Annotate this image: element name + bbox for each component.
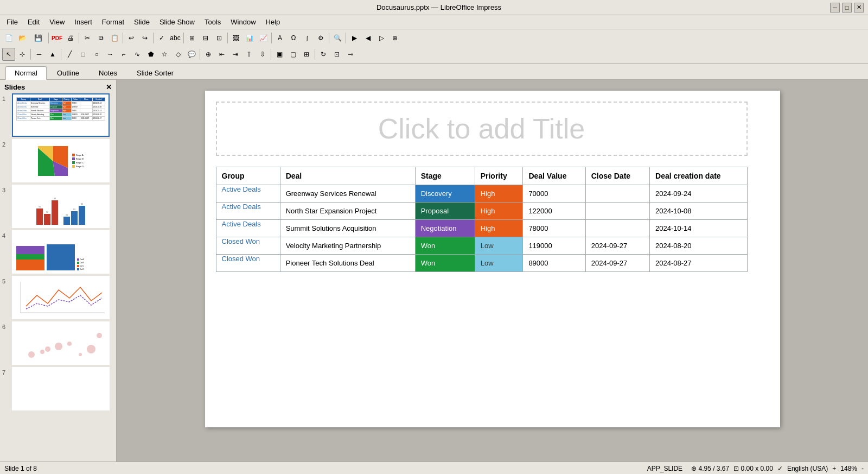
arrow-btn[interactable]: →: [104, 48, 117, 61]
insert-macro-btn[interactable]: ⚙: [314, 31, 327, 45]
close-button[interactable]: ✕: [854, 3, 864, 12]
flowchart-btn[interactable]: ◇: [171, 48, 184, 61]
glue-btn[interactable]: ⊕: [202, 48, 215, 61]
select2-btn[interactable]: ⊹: [16, 48, 29, 61]
copy-btn[interactable]: ⧉: [94, 31, 107, 45]
tab-outline[interactable]: Outline: [48, 66, 88, 79]
front-btn[interactable]: ▣: [273, 48, 286, 61]
slide-thumb-4[interactable]: 4 Cat A Cat B C: [2, 230, 114, 274]
group-link-3[interactable]: Closed Won: [216, 233, 266, 250]
back-btn[interactable]: ▢: [286, 48, 299, 61]
cell-value-2: 78000: [523, 220, 585, 237]
insert-special-btn[interactable]: Ω: [287, 31, 300, 45]
slide-canvas[interactable]: Click to add Title Group Deal Stage Prio…: [205, 91, 780, 427]
rotate-btn[interactable]: ↻: [317, 48, 330, 61]
open-btn[interactable]: 📂: [16, 31, 29, 45]
align-right-btn[interactable]: ⇥: [229, 48, 242, 61]
sep5: [183, 33, 184, 43]
group-btn[interactable]: ⊞: [300, 48, 313, 61]
zoom-in-btn[interactable]: +: [832, 465, 836, 472]
title-placeholder-text[interactable]: Click to add Title: [378, 112, 585, 145]
connector-btn[interactable]: ⌐: [117, 48, 130, 61]
align-bottom-btn[interactable]: ⇩: [256, 48, 269, 61]
select-btn[interactable]: ↖: [2, 48, 15, 61]
callout-btn[interactable]: 💬: [185, 48, 198, 61]
hide-btn[interactable]: ◀: [361, 31, 374, 45]
find-btn[interactable]: 🔍: [331, 31, 344, 45]
slide-thumb-6[interactable]: 6: [2, 321, 114, 365]
insert-chart2-btn[interactable]: 📈: [257, 31, 270, 45]
nav-btn[interactable]: ⊕: [388, 31, 401, 45]
polygon-btn[interactable]: ⬟: [144, 48, 157, 61]
line-btn[interactable]: ╱: [63, 48, 76, 61]
pdf-btn[interactable]: PDF: [50, 31, 63, 45]
menu-window[interactable]: Window: [226, 17, 260, 27]
bezier-btn[interactable]: ⊸: [344, 48, 357, 61]
title-placeholder[interactable]: Click to add Title: [216, 102, 748, 156]
title-bar: Docusaurus.pptx — LibreOffice Impress ─ …: [0, 0, 868, 15]
ellipse-btn[interactable]: ○: [90, 48, 103, 61]
line-color-btn[interactable]: ▲: [46, 48, 59, 61]
menu-slideshow[interactable]: Slide Show: [155, 17, 199, 27]
menu-slide[interactable]: Slide: [130, 17, 154, 27]
paste-btn[interactable]: 📋: [108, 31, 121, 45]
autocorrect-btn[interactable]: abc: [169, 31, 182, 45]
maximize-button[interactable]: □: [842, 3, 852, 12]
align-left-btn[interactable]: ⇤: [215, 48, 228, 61]
slide-preview-7[interactable]: [12, 367, 110, 410]
group-link-4[interactable]: Closed Won: [216, 250, 266, 267]
cut-btn[interactable]: ✂: [81, 31, 94, 45]
group-link-2[interactable]: Active Deals: [216, 216, 266, 232]
spellcheck-btn[interactable]: ✓: [155, 31, 168, 45]
undo-btn[interactable]: ↩: [125, 31, 138, 45]
insert-text-btn[interactable]: A: [273, 31, 286, 45]
snap-btn[interactable]: ⊟: [199, 31, 212, 45]
slide-thumb-7[interactable]: 7: [2, 367, 114, 410]
slide-preview-1[interactable]: Group Deal Stage Priority Value Close Cr…: [12, 93, 110, 137]
align-top-btn[interactable]: ⇧: [242, 48, 256, 61]
menu-edit[interactable]: Edit: [23, 17, 44, 27]
new-btn[interactable]: 📄: [2, 31, 15, 45]
star-btn[interactable]: ☆: [158, 48, 171, 61]
tab-notes[interactable]: Notes: [90, 66, 126, 79]
slides-panel-close[interactable]: ✕: [106, 83, 112, 91]
slide-preview-3[interactable]: S1 S2 S3 G1: [12, 185, 110, 228]
tab-slide-sorter[interactable]: Slide Sorter: [127, 66, 183, 79]
group-link-1[interactable]: Active Deals: [216, 198, 266, 215]
slide-preview-4[interactable]: Cat A Cat B Cat C Cat D: [12, 230, 110, 274]
slide-thumb-3[interactable]: 3 S1 S2 S3: [2, 185, 114, 228]
redo-btn[interactable]: ↪: [138, 31, 151, 45]
edit-points-btn[interactable]: ⊡: [330, 48, 343, 61]
slide-preview-2[interactable]: Stage A Stage B Stage C Stage D: [12, 139, 110, 182]
save-btn[interactable]: 💾: [29, 31, 47, 45]
insert-img-btn[interactable]: 🖼: [229, 31, 242, 45]
slide-preview-6[interactable]: [12, 321, 110, 365]
menu-format[interactable]: Format: [98, 17, 129, 27]
menu-help[interactable]: Help: [261, 17, 285, 27]
show2-btn[interactable]: ▷: [375, 31, 388, 45]
curve-btn[interactable]: ∿: [131, 48, 144, 61]
minimize-button[interactable]: ─: [830, 3, 840, 12]
tab-normal[interactable]: Normal: [5, 66, 47, 80]
slide-thumb-2[interactable]: 2 Stage A Stage B Stage C Stage D: [2, 139, 114, 182]
cell-group-4: Closed Won: [216, 255, 280, 272]
rect-btn[interactable]: □: [76, 48, 90, 61]
print-btn[interactable]: 🖨: [64, 31, 77, 45]
insert-chart-btn[interactable]: 📊: [243, 31, 256, 45]
menu-insert[interactable]: Insert: [70, 17, 97, 27]
snap2-btn[interactable]: ⊡: [213, 31, 226, 45]
menu-view[interactable]: View: [45, 17, 69, 27]
menu-file[interactable]: File: [2, 17, 22, 27]
grid-btn[interactable]: ⊞: [186, 31, 199, 45]
group-link-0[interactable]: Active Deals: [216, 181, 266, 198]
cell-value-0: 70000: [523, 185, 585, 203]
position-display: ⊕ 4.95 / 3.67: [691, 465, 729, 472]
slide-thumb-1[interactable]: 1 Group Deal Stage Priority Value Close: [2, 93, 114, 137]
insert-formula-btn[interactable]: ∫: [301, 31, 314, 45]
line-style-btn[interactable]: ─: [33, 48, 46, 61]
show-btn[interactable]: ▶: [348, 31, 361, 45]
zoom-out-btn[interactable]: -: [861, 465, 864, 472]
slide-preview-5[interactable]: [12, 276, 110, 319]
menu-tools[interactable]: Tools: [200, 17, 225, 27]
slide-thumb-5[interactable]: 5: [2, 276, 114, 319]
